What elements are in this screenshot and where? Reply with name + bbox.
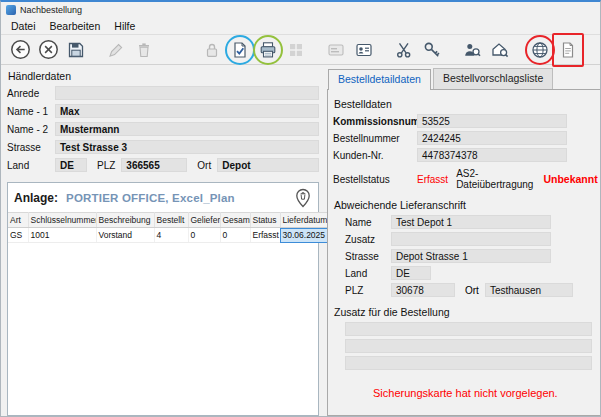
- col-lieferdatum[interactable]: Lieferdatum: [280, 213, 328, 228]
- menubar: Datei Bearbeiten Hilfe: [1, 17, 600, 34]
- name2-row: Name - 2 Mustermann: [7, 122, 319, 136]
- confirm-document-button[interactable]: [227, 37, 253, 63]
- strasse-field[interactable]: Test Strasse 3: [55, 140, 319, 154]
- tab-bestelldetaildaten[interactable]: Bestelldetaildaten: [328, 69, 431, 90]
- window-title: Nachbestellung: [20, 5, 82, 15]
- menu-hilfe[interactable]: Hilfe: [107, 19, 142, 33]
- land-field[interactable]: DE: [55, 158, 87, 172]
- liefer-land-row: Land DE: [333, 266, 598, 280]
- strasse-row: Strasse Test Strasse 3: [7, 140, 319, 154]
- lieferanschrift-title: Abweichende Lieferanschrift: [334, 199, 598, 211]
- app-icon: [6, 5, 16, 15]
- zusatz-bestellung-line2[interactable]: [345, 339, 592, 353]
- anrede-label: Anrede: [7, 88, 55, 99]
- grid-button[interactable]: [283, 37, 309, 63]
- liefer-name-field[interactable]: Test Depot 1: [391, 215, 551, 229]
- menu-bearbeiten[interactable]: Bearbeiten: [43, 19, 108, 33]
- document-button[interactable]: [555, 37, 581, 63]
- ort-field[interactable]: Depot: [217, 158, 319, 172]
- plz-field[interactable]: 366565: [121, 158, 187, 172]
- menu-datei[interactable]: Datei: [4, 19, 43, 33]
- save-button[interactable]: [63, 37, 89, 63]
- print-button[interactable]: [255, 37, 281, 63]
- col-beschreibung[interactable]: Beschreibung: [96, 213, 154, 228]
- card-button[interactable]: [323, 37, 349, 63]
- lock-button[interactable]: [199, 37, 225, 63]
- liefer-zusatz-row: Zusatz: [333, 232, 598, 246]
- back-button[interactable]: [7, 37, 33, 63]
- liefer-name-label: Name: [345, 217, 391, 228]
- col-geliefert[interactable]: Geliefert: [188, 213, 220, 228]
- id-card-button[interactable]: [351, 37, 377, 63]
- kommissionsnummer-label: Kommissionsnummer: [333, 116, 417, 127]
- haendlerdaten-panel: Händlerdaten Anrede Name - 1 Max Name - …: [7, 68, 319, 416]
- cut-button[interactable]: [391, 37, 417, 63]
- col-bestellt[interactable]: Bestellt: [154, 213, 188, 228]
- card-icon: [326, 40, 346, 60]
- plz-label: PLZ: [87, 160, 121, 171]
- zusatz-bestellung-line1[interactable]: [345, 322, 592, 336]
- key-icon: [422, 40, 442, 60]
- person-search-button[interactable]: [459, 37, 485, 63]
- col-schluesselnummer[interactable]: Schlüsselnummer: [28, 213, 96, 228]
- zusatz-bestellung-line3[interactable]: [345, 356, 592, 370]
- cancel-button[interactable]: [35, 37, 61, 63]
- kommissionsnummer-field[interactable]: 53525: [417, 114, 567, 128]
- liefer-plz-ort-row: PLZ 30678 Ort Testhausen: [333, 283, 598, 297]
- main-area: Händlerdaten Anrede Name - 1 Max Name - …: [1, 65, 600, 416]
- tabbar: Bestelldetaildaten Bestellvorschlagslist…: [328, 68, 601, 89]
- liefer-ort-field[interactable]: Testhausen: [485, 283, 573, 297]
- cell-geliefert: 0: [188, 228, 220, 243]
- name1-row: Name - 1 Max: [7, 104, 319, 118]
- lock-icon: [202, 40, 222, 60]
- liefer-strasse-field[interactable]: Depot Strasse 1: [391, 249, 551, 263]
- kundennr-row: Kunden-Nr. 4478374378: [333, 148, 598, 162]
- name2-field[interactable]: Mustermann: [55, 122, 319, 136]
- cell-art: GS: [8, 228, 28, 243]
- anlage-panel: Anlage: PORTIER OFFICE, Excel_Plan Art: [7, 182, 319, 416]
- save-icon: [66, 40, 86, 60]
- toolbar: [1, 34, 600, 65]
- document-check-icon: [230, 40, 250, 60]
- table-row[interactable]: GS 1001 Vorstand 4 0 0 Erfasst 30.06.202…: [8, 228, 328, 243]
- bestellnummer-row: Bestellnummer 2424245: [333, 131, 598, 145]
- edit-button[interactable]: [103, 37, 129, 63]
- anlage-value: PORTIER OFFICE, Excel_Plan: [66, 192, 235, 204]
- land-label: Land: [7, 160, 55, 171]
- name2-label: Name - 2: [7, 124, 55, 135]
- bestelldaten-title: Bestelldaten: [334, 98, 598, 110]
- house-search-button[interactable]: [487, 37, 513, 63]
- anlage-label: Anlage:: [14, 191, 58, 205]
- kommissionsnummer-row: Kommissionsnummer 53525: [333, 114, 598, 128]
- bestellnummer-label: Bestellnummer: [333, 133, 417, 144]
- anrede-field[interactable]: [55, 86, 319, 100]
- remove-attachment-button[interactable]: [294, 188, 312, 208]
- cancel-icon: [38, 39, 59, 60]
- land-plz-ort-row: Land DE PLZ 366565 Ort Depot: [7, 158, 319, 172]
- edit-icon: [106, 40, 126, 60]
- house-search-icon: [490, 40, 510, 60]
- detail-panel: Bestelldetaildaten Bestellvorschlagslist…: [327, 68, 601, 416]
- liefer-strasse-label: Strasse: [345, 251, 391, 262]
- bestellnummer-field[interactable]: 2424245: [417, 131, 567, 145]
- kundennr-label: Kunden-Nr.: [333, 150, 417, 161]
- liefer-zusatz-label: Zusatz: [345, 234, 391, 245]
- key-button[interactable]: [419, 37, 445, 63]
- col-status[interactable]: Status: [250, 213, 280, 228]
- as2-status-value: Unbekannt: [543, 173, 597, 185]
- cell-lieferdatum-selected[interactable]: 30.06.2025: [280, 228, 328, 243]
- liefer-name-row: Name Test Depot 1: [333, 215, 598, 229]
- delete-button[interactable]: [131, 37, 157, 63]
- cell-status: Erfasst: [250, 228, 280, 243]
- kundennr-field[interactable]: 4478374378: [417, 148, 567, 162]
- globe-button[interactable]: [527, 37, 553, 63]
- col-art[interactable]: Art: [8, 213, 28, 228]
- warning-message: Sicherungskarte hat nicht vorgelegen.: [328, 387, 601, 399]
- liefer-plz-field[interactable]: 30678: [391, 283, 455, 297]
- liefer-land-field[interactable]: DE: [391, 266, 431, 280]
- tab-bestellvorschlagsliste[interactable]: Bestellvorschlagsliste: [433, 68, 553, 89]
- as2-label: AS2-Dateiübertragung: [456, 168, 533, 190]
- name1-field[interactable]: Max: [55, 104, 319, 118]
- col-gesamt[interactable]: Gesamt: [220, 213, 250, 228]
- liefer-zusatz-field[interactable]: [391, 232, 551, 246]
